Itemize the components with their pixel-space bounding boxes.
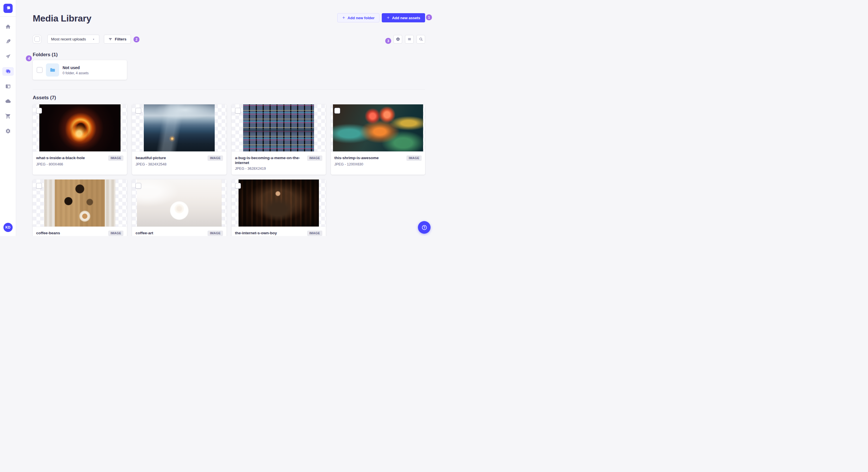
list-icon [407, 37, 412, 41]
folder-texts: Not used 0 folder, 4 assets [63, 65, 89, 75]
asset-info: this-shrimp-is-awesome IMAGE JPEG - 1200… [331, 152, 425, 166]
asset-thumbnail [231, 179, 326, 227]
asset-name: beautiful-picture [135, 156, 166, 160]
asset-card[interactable]: coffee-beans IMAGE JPEG - 5021X3347 [33, 179, 127, 236]
asset-name: what-s-inside-a-black-hole [36, 156, 85, 160]
sidebar: KD [0, 0, 16, 236]
sidebar-nav [2, 22, 14, 135]
folder-icon [50, 67, 56, 73]
sidebar-item-paper-plane[interactable] [2, 52, 14, 61]
sort-select[interactable]: Most recent uploads [48, 35, 99, 43]
sidebar-item-cart[interactable] [2, 112, 14, 121]
header-actions: Add new folder Add new assets [337, 13, 425, 22]
asset-card[interactable]: the-internet-s-own-boy IMAGE JPEG - 1200… [231, 179, 326, 236]
asset-info: beautiful-picture IMAGE JPEG - 3824X2548 [132, 152, 226, 166]
folders-grid: Not used 0 folder, 4 assets [33, 60, 425, 80]
asset-image [144, 104, 215, 151]
annotation-badge-3: 3 [385, 38, 391, 44]
asset-checkbox[interactable] [36, 183, 42, 189]
media-library-icon [5, 69, 11, 74]
filter-icon [108, 37, 113, 41]
asset-checkbox[interactable] [36, 108, 42, 113]
asset-checkbox[interactable] [334, 108, 340, 113]
question-mark-icon [422, 225, 427, 231]
cloud-icon [5, 98, 11, 104]
section-divider [33, 89, 425, 90]
folder-name: Not used [63, 65, 89, 70]
sidebar-item-media-library[interactable] [2, 67, 14, 76]
asset-thumbnail [33, 104, 127, 152]
sidebar-item-home[interactable] [2, 22, 14, 31]
asset-thumbnail [132, 104, 226, 152]
assets-grid: what-s-inside-a-black-hole IMAGE JPEG - … [33, 104, 425, 236]
plus-icon [386, 16, 390, 20]
asset-type-badge: IMAGE [307, 156, 322, 161]
folder-checkbox[interactable] [37, 67, 42, 73]
filters-label: Filters [115, 37, 127, 41]
settings-button[interactable] [394, 35, 402, 43]
asset-info: coffee-art IMAGE JPEG - 5824X3259 [132, 227, 226, 236]
asset-checkbox[interactable] [135, 183, 141, 189]
list-view-button[interactable] [405, 35, 414, 43]
strapi-logo-icon[interactable] [3, 4, 12, 13]
annotation-badge-2: 2 [133, 36, 140, 42]
page-title: Media Library [33, 12, 91, 24]
filters-button[interactable]: Filters [104, 35, 131, 43]
asset-card[interactable]: beautiful-picture IMAGE JPEG - 3824X2548 [132, 104, 226, 175]
asset-meta: JPEG - 3628X2419 [235, 167, 322, 171]
gear-icon [5, 128, 11, 134]
asset-image [39, 104, 121, 151]
add-new-folder-label: Add new folder [348, 16, 375, 20]
sort-select-value: Most recent uploads [51, 37, 86, 41]
asset-thumbnail [331, 104, 425, 152]
chevron-down-icon [92, 37, 96, 41]
asset-image [333, 104, 423, 151]
asset-type-badge: IMAGE [108, 231, 123, 236]
asset-info: what-s-inside-a-black-hole IMAGE JPEG - … [33, 152, 127, 166]
plus-icon [342, 16, 345, 20]
asset-card[interactable]: coffee-art IMAGE JPEG - 5824X3259 [132, 179, 226, 236]
asset-name: this-shrimp-is-awesome [334, 156, 379, 160]
asset-card[interactable]: a-bug-is-becoming-a-meme-on-the-internet… [231, 104, 326, 175]
user-avatar[interactable]: KD [3, 223, 12, 232]
asset-type-badge: IMAGE [208, 231, 223, 236]
asset-meta: JPEG - 800X466 [36, 162, 123, 166]
asset-type-badge: IMAGE [307, 231, 322, 236]
search-button[interactable] [416, 35, 425, 43]
asset-thumbnail [231, 104, 326, 152]
search-icon [419, 37, 423, 41]
layout-icon [5, 83, 11, 89]
cart-icon [5, 113, 11, 119]
checkbox-box [34, 36, 40, 42]
toolbar: Most recent uploads Filters [33, 35, 425, 43]
sidebar-item-layout[interactable] [2, 82, 14, 91]
asset-thumbnail [33, 179, 127, 227]
annotation-badge-1: 1 [426, 14, 432, 20]
asset-info: the-internet-s-own-boy IMAGE JPEG - 1200… [231, 227, 326, 236]
add-new-folder-button[interactable]: Add new folder [337, 13, 379, 22]
asset-image [44, 179, 115, 227]
asset-card[interactable]: what-s-inside-a-black-hole IMAGE JPEG - … [33, 104, 127, 175]
asset-type-badge: IMAGE [208, 156, 223, 161]
folder-card[interactable]: Not used 0 folder, 4 assets [33, 60, 127, 80]
asset-name: a-bug-is-becoming-a-meme-on-the-internet [235, 156, 304, 165]
gear-icon [396, 37, 400, 41]
asset-checkbox[interactable] [235, 108, 241, 113]
asset-info: coffee-beans IMAGE JPEG - 5021X3347 [33, 227, 127, 236]
asset-card[interactable]: this-shrimp-is-awesome IMAGE JPEG - 1200… [331, 104, 425, 175]
asset-image [243, 104, 314, 151]
asset-image [239, 179, 319, 227]
folder-tile [46, 63, 59, 76]
sidebar-item-gear[interactable] [2, 127, 14, 135]
asset-name: the-internet-s-own-boy [235, 231, 277, 235]
asset-type-badge: IMAGE [406, 156, 422, 161]
help-button[interactable] [418, 221, 431, 234]
view-controls [394, 35, 425, 43]
sidebar-item-feather[interactable] [2, 37, 14, 46]
page-header: Media Library Add new folder Add new ass… [33, 12, 425, 24]
select-all-checkbox[interactable] [33, 35, 41, 43]
sidebar-item-cloud[interactable] [2, 97, 14, 105]
add-new-assets-button[interactable]: Add new assets [382, 13, 425, 22]
asset-checkbox[interactable] [235, 183, 241, 189]
asset-checkbox[interactable] [135, 108, 141, 113]
